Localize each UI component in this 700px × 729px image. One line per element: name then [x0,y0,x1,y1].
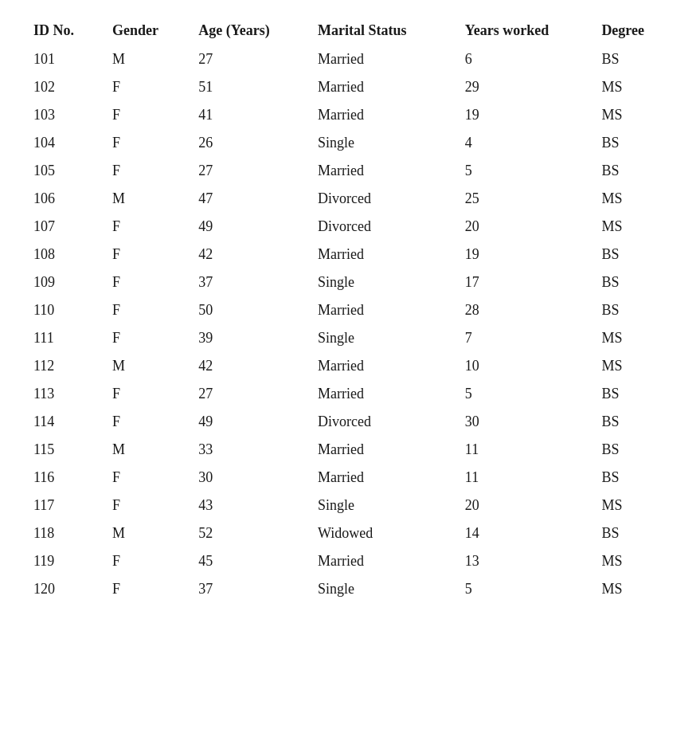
cell-degree: MS [592,575,676,603]
table-row: 101M27Married6BS [24,45,676,73]
cell-gender: F [103,492,189,519]
cell-gender: F [103,241,189,268]
cell-age: 26 [189,129,308,157]
cell-years: 25 [456,185,592,213]
cell-degree: MS [592,352,676,380]
cell-age: 37 [189,575,308,603]
table-row: 108F42Married19BS [24,241,676,268]
cell-degree: BS [592,45,676,73]
cell-degree: BS [592,436,676,464]
cell-age: 27 [189,157,308,185]
cell-age: 30 [189,464,308,492]
cell-years: 19 [456,101,592,129]
cell-degree: MS [592,101,676,129]
header-years: Years worked [456,16,592,45]
table-row: 103F41Married19MS [24,101,676,129]
cell-years: 7 [456,324,592,352]
cell-years: 5 [456,157,592,185]
cell-gender: F [103,575,189,603]
cell-gender: M [103,352,189,380]
cell-degree: MS [592,492,676,519]
table-row: 104F26Single4BS [24,129,676,157]
cell-degree: BS [592,296,676,324]
table-row: 115M33Married11BS [24,436,676,464]
table-row: 105F27Married5BS [24,157,676,185]
cell-years: 14 [456,519,592,547]
cell-gender: F [103,129,189,157]
table-row: 109F37Single17BS [24,268,676,296]
cell-years: 6 [456,45,592,73]
cell-marital: Married [308,73,456,101]
table-row: 102F51Married29MS [24,73,676,101]
cell-marital: Married [308,547,456,575]
cell-id: 119 [24,547,103,575]
cell-gender: F [103,73,189,101]
cell-id: 111 [24,324,103,352]
header-id: ID No. [24,16,103,45]
cell-age: 43 [189,492,308,519]
table-row: 112M42Married10MS [24,352,676,380]
cell-degree: BS [592,380,676,408]
cell-age: 49 [189,408,308,436]
cell-gender: F [103,380,189,408]
cell-id: 115 [24,436,103,464]
table-row: 113F27Married5BS [24,380,676,408]
cell-id: 106 [24,185,103,213]
cell-years: 13 [456,547,592,575]
cell-id: 104 [24,129,103,157]
cell-id: 107 [24,213,103,241]
header-degree: Degree [592,16,676,45]
cell-age: 50 [189,296,308,324]
cell-age: 27 [189,380,308,408]
cell-id: 102 [24,73,103,101]
cell-degree: BS [592,519,676,547]
cell-years: 11 [456,436,592,464]
table-row: 114F49Divorced30BS [24,408,676,436]
cell-degree: MS [592,73,676,101]
cell-gender: F [103,296,189,324]
cell-degree: BS [592,268,676,296]
header-age: Age (Years) [189,16,308,45]
table-row: 116F30Married11BS [24,464,676,492]
cell-gender: F [103,213,189,241]
cell-age: 52 [189,519,308,547]
cell-degree: BS [592,241,676,268]
cell-age: 45 [189,547,308,575]
cell-years: 19 [456,241,592,268]
cell-id: 114 [24,408,103,436]
cell-marital: Married [308,241,456,268]
cell-marital: Single [308,324,456,352]
cell-age: 51 [189,73,308,101]
cell-marital: Divorced [308,185,456,213]
cell-age: 33 [189,436,308,464]
cell-id: 105 [24,157,103,185]
table-row: 107F49Divorced20MS [24,213,676,241]
cell-id: 116 [24,464,103,492]
cell-marital: Single [308,575,456,603]
cell-gender: M [103,45,189,73]
cell-marital: Married [308,101,456,129]
cell-marital: Married [308,380,456,408]
cell-years: 5 [456,575,592,603]
cell-years: 5 [456,380,592,408]
cell-age: 42 [189,241,308,268]
table-row: 117F43Single20MS [24,492,676,519]
cell-gender: M [103,185,189,213]
cell-id: 112 [24,352,103,380]
cell-years: 4 [456,129,592,157]
cell-degree: MS [592,185,676,213]
cell-degree: MS [592,324,676,352]
cell-id: 118 [24,519,103,547]
cell-id: 113 [24,380,103,408]
cell-marital: Married [308,296,456,324]
cell-age: 39 [189,324,308,352]
cell-degree: BS [592,129,676,157]
cell-marital: Married [308,45,456,73]
cell-years: 30 [456,408,592,436]
cell-age: 37 [189,268,308,296]
cell-gender: F [103,157,189,185]
cell-marital: Divorced [308,213,456,241]
cell-marital: Single [308,492,456,519]
data-table: ID No. Gender Age (Years) Marital Status… [24,16,676,603]
cell-degree: BS [592,464,676,492]
